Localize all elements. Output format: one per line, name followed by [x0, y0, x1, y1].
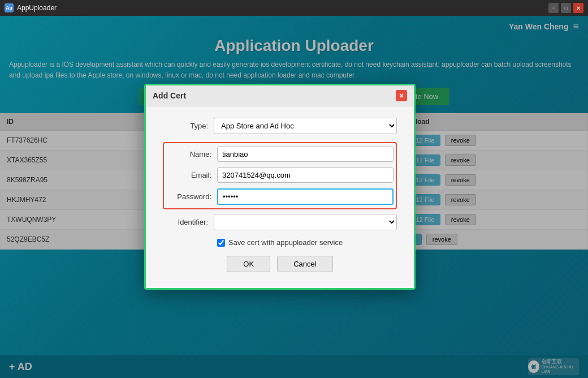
password-input[interactable] — [217, 188, 394, 205]
app-title-bar: AppUploader — [17, 4, 57, 12]
type-select[interactable]: App Store and Ad HociOS App DevelopmentA… — [214, 118, 397, 134]
maximize-button[interactable]: □ — [561, 3, 571, 13]
main-content: Yan Wen Cheng ≡ Application Uploader App… — [0, 16, 588, 378]
email-row: Email: — [166, 167, 394, 183]
minimize-button[interactable]: － — [548, 3, 559, 13]
title-bar-controls: － □ ✕ — [548, 3, 583, 13]
password-label: Password: — [166, 192, 217, 201]
name-row: Name: — [166, 147, 394, 162]
add-cert-modal: Add Cert × Type: App Store and Ad HociOS… — [144, 84, 416, 290]
type-label: Type: — [163, 122, 214, 130]
title-bar: Au AppUploader － □ ✕ — [0, 0, 588, 16]
app-icon: Au — [5, 3, 14, 12]
email-label: Email: — [166, 171, 217, 179]
credentials-group: Name: Email: Password: — [163, 142, 397, 209]
close-window-button[interactable]: ✕ — [573, 3, 583, 13]
name-label: Name: — [166, 150, 217, 158]
email-input[interactable] — [217, 167, 394, 183]
save-cert-checkbox[interactable] — [217, 239, 225, 247]
identifier-row: Identifier: — [163, 214, 397, 230]
save-cert-label: Save cert with appuploader service — [228, 238, 343, 247]
modal-buttons: OK Cancel — [163, 256, 397, 277]
modal-body: Type: App Store and Ad HociOS App Develo… — [146, 106, 414, 288]
identifier-label: Identifier: — [163, 218, 214, 226]
modal-header: Add Cert × — [146, 85, 414, 106]
name-input[interactable] — [217, 147, 394, 162]
title-bar-left: Au AppUploader — [5, 3, 57, 12]
modal-title: Add Cert — [153, 91, 186, 100]
ok-button[interactable]: OK — [227, 256, 270, 272]
identifier-select[interactable] — [214, 214, 397, 230]
save-cert-row: Save cert with appuploader service — [163, 238, 397, 247]
modal-close-button[interactable]: × — [396, 90, 407, 101]
cancel-button[interactable]: Cancel — [277, 256, 332, 272]
password-row: Password: — [166, 188, 394, 205]
type-row: Type: App Store and Ad HociOS App Develo… — [163, 118, 397, 134]
